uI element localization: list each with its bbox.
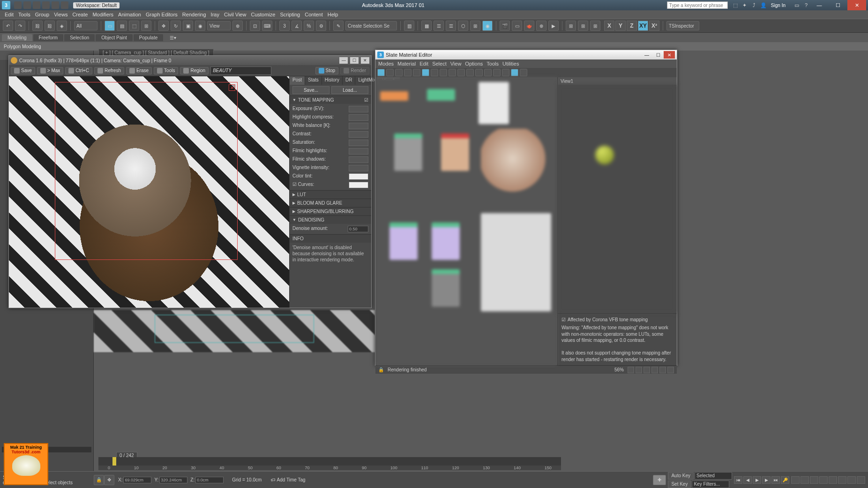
redo-icon[interactable]: ↷ — [15, 21, 25, 31]
affected-checkbox[interactable]: ☑ — [561, 317, 566, 323]
graph-preview-sphere[interactable] — [481, 129, 551, 204]
lock-icon[interactable]: 🔒 — [378, 367, 384, 372]
slate-grid-icon[interactable] — [475, 69, 483, 76]
minimize-button[interactable]: — — [810, 0, 829, 10]
help-icon[interactable]: ? — [802, 1, 810, 9]
corona-render-button[interactable]: Render — [340, 67, 369, 74]
render-iray-icon[interactable]: ⊕ — [536, 21, 546, 31]
menu-modifiers[interactable]: Modifiers — [92, 12, 113, 17]
schematic-icon[interactable]: ⊞ — [470, 21, 480, 31]
grid-a-icon[interactable]: ⊞ — [566, 21, 576, 31]
axis-z[interactable]: Z — [627, 21, 637, 31]
graph-node[interactable] — [479, 82, 509, 124]
star-icon[interactable]: ✦ — [741, 1, 748, 9]
slate-select-icon[interactable] — [377, 69, 385, 76]
slate-delete-icon[interactable] — [404, 69, 412, 76]
axis-xy[interactable]: XY — [638, 21, 648, 31]
slate-graph-view[interactable] — [375, 77, 557, 365]
slate-nav3-icon[interactable] — [502, 69, 509, 76]
ts-inspector[interactable]: TSInspector — [666, 21, 699, 30]
undo-icon[interactable]: ↶ — [3, 21, 13, 31]
qat-save-icon[interactable] — [33, 1, 40, 9]
ribbon-selection[interactable]: Selection — [64, 34, 95, 41]
param-highlight-value[interactable] — [349, 114, 368, 121]
slate-zoom[interactable]: 56% — [614, 367, 624, 372]
graph-node[interactable] — [432, 269, 460, 307]
unlink-icon[interactable]: ⛓ — [45, 21, 55, 31]
key-filters-button[interactable]: Key Filters... — [692, 481, 729, 488]
param-contrast-value[interactable] — [349, 131, 368, 138]
slate-close-button[interactable]: ✕ — [664, 51, 675, 59]
slate-menu-material[interactable]: Material — [397, 61, 416, 67]
workspace-selector[interactable]: Workspace: Default — [73, 2, 120, 8]
mirror-icon[interactable]: ▥ — [404, 21, 414, 31]
auto-key-button[interactable]: Auto Key — [668, 472, 694, 480]
rotate-icon[interactable]: ↻ — [171, 21, 181, 31]
menu-graph-editors[interactable]: Graph Editors — [146, 12, 178, 17]
corona-maximize-button[interactable]: ☐ — [350, 57, 359, 64]
slate-nav1-icon[interactable] — [484, 69, 492, 76]
play-icon[interactable]: ▶ — [753, 476, 761, 484]
percent-snap-icon[interactable]: % — [304, 21, 314, 31]
graph-node[interactable] — [389, 222, 418, 260]
graph-node[interactable] — [394, 133, 422, 171]
layer-explorer-icon[interactable]: ☰ — [446, 21, 456, 31]
graph-node[interactable] — [441, 133, 469, 171]
menu-iray[interactable]: Iray — [211, 12, 219, 17]
slate-menu-modes[interactable]: Modes — [378, 61, 394, 67]
menu-rendering[interactable]: Rendering — [182, 12, 206, 17]
ribbon-object-paint[interactable]: Object Paint — [96, 34, 132, 41]
spinner-snap-icon[interactable]: ⚙ — [316, 21, 326, 31]
slate-title-bar[interactable]: 3 Slate Material Editor — ☐ ✕ — [375, 50, 677, 59]
menu-tools[interactable]: Tools — [18, 12, 30, 17]
slate-sphere-icon[interactable] — [431, 69, 438, 76]
section-lut[interactable]: ▶LUT — [290, 191, 371, 199]
ref-coord-dropdown[interactable]: View — [207, 21, 231, 30]
slate-side-tab[interactable]: View1 — [558, 77, 677, 85]
corona-stop-button[interactable]: Stop — [315, 67, 339, 74]
slate-menu-utilities[interactable]: Utilities — [502, 61, 519, 67]
menu-scripting[interactable]: Scripting — [280, 12, 300, 17]
angle-snap-icon[interactable]: ∡ — [292, 21, 302, 31]
render-viewport[interactable]: ✕ — [9, 76, 289, 308]
slate-nav5-icon[interactable] — [520, 69, 527, 76]
goto-end-icon[interactable]: ⏭ — [771, 476, 780, 484]
section-tone-mapping[interactable]: ▼TONE MAPPING☑ — [290, 96, 371, 104]
corona-title-bar[interactable]: Corona 1.6 (hotfix 3) | 778×649px (1:1) … — [9, 56, 371, 65]
param-wb-value[interactable] — [349, 123, 368, 129]
region-close-icon[interactable]: ✕ — [229, 84, 235, 91]
slate-zoom-icon[interactable] — [636, 367, 642, 373]
param-denoise-spinner[interactable]: 0.50 — [348, 226, 368, 232]
corona-minimize-button[interactable]: — — [339, 57, 348, 64]
axis-y[interactable]: Y — [615, 21, 626, 31]
app-logo[interactable]: 3 — [2, 1, 10, 9]
goto-start-icon[interactable]: ⏮ — [734, 476, 742, 484]
slate-menu-select[interactable]: Select — [432, 61, 447, 67]
zoom-icon[interactable] — [791, 476, 800, 484]
slate-bg-icon[interactable] — [457, 69, 465, 76]
slate-cube-icon[interactable] — [440, 69, 447, 76]
slate-nav2-icon[interactable] — [493, 69, 501, 76]
slate-assign-icon[interactable] — [395, 69, 403, 76]
slate-maximize-button[interactable]: ☐ — [652, 51, 664, 59]
named-sel-dropdown[interactable]: Create Selection Se — [345, 21, 397, 30]
ribbon-toggle-icon[interactable]: ☰▾ — [164, 34, 182, 41]
select-rect-icon[interactable]: ⬚ — [129, 21, 139, 31]
slate-menu-edit[interactable]: Edit — [419, 61, 428, 67]
qat-new-icon[interactable] — [14, 1, 22, 9]
move-icon[interactable]: ✥ — [158, 21, 169, 31]
graph-node[interactable] — [380, 91, 408, 101]
material-editor-icon[interactable]: ◉ — [482, 21, 493, 31]
fov-icon[interactable] — [829, 476, 837, 484]
param-vignette-value[interactable] — [349, 165, 368, 171]
tab-dr[interactable]: DR — [343, 76, 355, 85]
sign-in-link[interactable]: Sign In — [771, 3, 786, 8]
orbit-icon[interactable] — [847, 476, 856, 484]
corona-channel-dropdown[interactable]: BEAUTY — [210, 67, 271, 75]
qat-redo-icon[interactable] — [52, 1, 59, 9]
menu-civil-view[interactable]: Civil View — [224, 12, 246, 17]
select-name-icon[interactable]: ▤ — [117, 21, 127, 31]
x-input[interactable] — [123, 477, 151, 483]
tab-history[interactable]: History — [322, 76, 343, 85]
corona-close-button[interactable]: ✕ — [361, 57, 369, 64]
